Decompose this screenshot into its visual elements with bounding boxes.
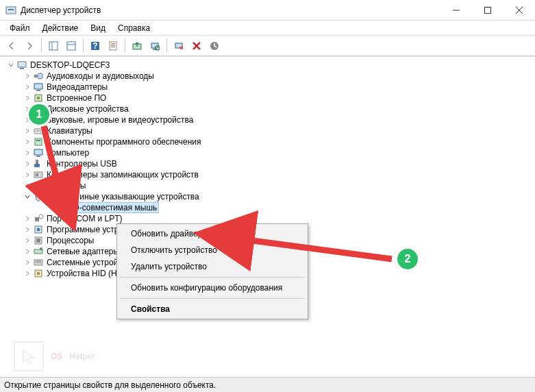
tree-child-node[interactable]: HID-совместимая мышь bbox=[0, 202, 535, 213]
tree-node-label: Мониторы bbox=[47, 181, 86, 191]
toolbar-help-button[interactable]: ? bbox=[87, 38, 103, 54]
svg-text:?: ? bbox=[92, 41, 97, 51]
context-uninstall-device[interactable]: Удалить устройство bbox=[119, 258, 306, 275]
tree-node[interactable]: Дисковые устройства bbox=[0, 103, 535, 114]
toolbar: ? bbox=[0, 36, 535, 56]
tree-node-label: Компьютер bbox=[47, 148, 89, 158]
toolbar-show-hide-tree-button[interactable] bbox=[45, 38, 62, 54]
device-category-icon bbox=[33, 246, 44, 257]
menu-view[interactable]: Вид bbox=[85, 22, 111, 34]
chevron-down-icon[interactable] bbox=[23, 193, 32, 201]
svg-point-62 bbox=[37, 272, 40, 275]
tree-node[interactable]: Видеоадаптеры bbox=[0, 82, 535, 93]
svg-point-53 bbox=[37, 228, 40, 232]
toolbar-properties-button[interactable] bbox=[63, 38, 79, 54]
svg-point-24 bbox=[34, 75, 38, 78]
svg-rect-23 bbox=[20, 68, 24, 69]
context-properties[interactable]: Свойства bbox=[119, 301, 306, 317]
device-category-icon bbox=[33, 213, 44, 224]
tree-node-label: Контроллеры USB bbox=[47, 159, 117, 169]
toolbar-update-driver-button[interactable] bbox=[129, 38, 145, 54]
svg-point-51 bbox=[39, 215, 43, 219]
menu-action[interactable]: Действие bbox=[37, 22, 84, 34]
cursor-icon bbox=[14, 341, 44, 371]
toolbar-disable-button[interactable] bbox=[171, 38, 187, 54]
menubar: Файл Действие Вид Справка bbox=[0, 21, 535, 36]
tree-node-label: Компоненты программного обеспечения bbox=[47, 137, 201, 147]
tree-node[interactable]: Контроллеры запоминающих устройств bbox=[0, 169, 535, 180]
chevron-right-icon[interactable] bbox=[23, 225, 32, 234]
toolbar-uninstall-button[interactable] bbox=[188, 38, 205, 54]
tree-node[interactable]: Компоненты программного обеспечения bbox=[0, 136, 535, 147]
expander-spacer bbox=[40, 204, 48, 212]
svg-rect-26 bbox=[34, 84, 42, 89]
device-category-icon bbox=[33, 224, 44, 235]
device-category-icon bbox=[33, 169, 44, 180]
context-scan-hardware[interactable]: Обновить конфигурацию оборудования bbox=[119, 280, 306, 296]
svg-point-29 bbox=[37, 97, 40, 99]
tree-node[interactable]: Клавиатуры bbox=[0, 125, 535, 136]
chevron-right-icon[interactable] bbox=[23, 83, 32, 91]
tree-node[interactable]: Компьютер bbox=[0, 147, 535, 158]
svg-rect-27 bbox=[36, 90, 40, 91]
menu-file[interactable]: Файл bbox=[4, 22, 36, 34]
chevron-right-icon[interactable] bbox=[23, 160, 32, 168]
chevron-right-icon[interactable] bbox=[23, 94, 32, 102]
tree-node-label: Порты (COM и LPT) bbox=[47, 214, 123, 223]
toolbar-enable-button[interactable] bbox=[206, 38, 223, 54]
tree-node[interactable]: Контроллеры USB bbox=[0, 158, 535, 169]
tree-node[interactable]: Порты (COM и LPT) bbox=[0, 213, 535, 224]
tree-node-label: Контроллеры запоминающих устройств bbox=[47, 170, 199, 180]
chevron-right-icon[interactable] bbox=[23, 149, 32, 157]
svg-rect-3 bbox=[485, 7, 491, 13]
chevron-right-icon[interactable] bbox=[23, 269, 32, 278]
chevron-right-icon[interactable] bbox=[23, 215, 32, 223]
svg-rect-22 bbox=[18, 62, 26, 67]
tree-node-label: Аудиовходы и аудиовыходы bbox=[47, 71, 154, 81]
close-button[interactable] bbox=[503, 0, 535, 20]
toolbar-forward-button[interactable] bbox=[21, 38, 38, 54]
tree-node-label: Встроенное ПО bbox=[47, 93, 106, 103]
menu-help[interactable]: Справка bbox=[112, 22, 155, 34]
svg-rect-38 bbox=[34, 149, 42, 155]
device-category-icon bbox=[33, 136, 44, 147]
chevron-right-icon[interactable] bbox=[23, 171, 32, 179]
chevron-right-icon[interactable] bbox=[23, 247, 32, 256]
toolbar-properties2-button[interactable] bbox=[105, 38, 121, 54]
toolbar-separator bbox=[125, 39, 125, 53]
device-category-icon bbox=[33, 93, 44, 103]
tree-node[interactable]: Аудиовходы и аудиовыходы bbox=[0, 71, 535, 82]
watermark: OS Helper bbox=[14, 341, 95, 371]
tree-node[interactable]: Встроенное ПО bbox=[0, 93, 535, 103]
toolbar-back-button[interactable] bbox=[3, 38, 20, 54]
minimize-button[interactable] bbox=[440, 0, 472, 20]
tree-root[interactable]: DESKTOP-LDQECF3 bbox=[0, 60, 535, 71]
tree-node[interactable]: Звуковые, игровые и видеоустройства bbox=[0, 114, 535, 125]
tree-node[interactable]: Мыши и иные указывающие устройства bbox=[0, 191, 535, 202]
chevron-right-icon[interactable] bbox=[23, 258, 32, 267]
context-separator bbox=[120, 298, 305, 299]
svg-rect-55 bbox=[36, 238, 40, 243]
tree-node[interactable]: Мониторы bbox=[0, 180, 535, 191]
svg-rect-25 bbox=[38, 73, 42, 79]
chevron-down-icon[interactable] bbox=[7, 61, 15, 69]
chevron-right-icon[interactable] bbox=[23, 236, 32, 245]
device-category-icon bbox=[33, 257, 44, 268]
context-separator bbox=[120, 277, 305, 278]
svg-rect-14 bbox=[111, 45, 115, 46]
device-tree[interactable]: DESKTOP-LDQECF3 Аудиовходы и аудиовыходы… bbox=[0, 56, 535, 376]
svg-rect-15 bbox=[111, 47, 115, 47]
chevron-right-icon[interactable] bbox=[23, 182, 32, 190]
context-update-driver[interactable]: Обновить драйвер bbox=[119, 225, 306, 242]
app-icon bbox=[5, 5, 16, 16]
chevron-right-icon[interactable] bbox=[23, 138, 32, 146]
chevron-right-icon[interactable] bbox=[23, 127, 32, 135]
svg-rect-37 bbox=[36, 140, 40, 141]
svg-rect-8 bbox=[67, 42, 75, 50]
context-disable-device[interactable]: Отключить устройство bbox=[119, 242, 306, 258]
device-category-icon bbox=[33, 268, 44, 279]
chevron-right-icon[interactable] bbox=[23, 72, 32, 80]
maximize-button[interactable] bbox=[472, 0, 503, 20]
toolbar-scan-hardware-button[interactable] bbox=[147, 38, 163, 54]
tree-node-label: Процессоры bbox=[47, 236, 95, 245]
